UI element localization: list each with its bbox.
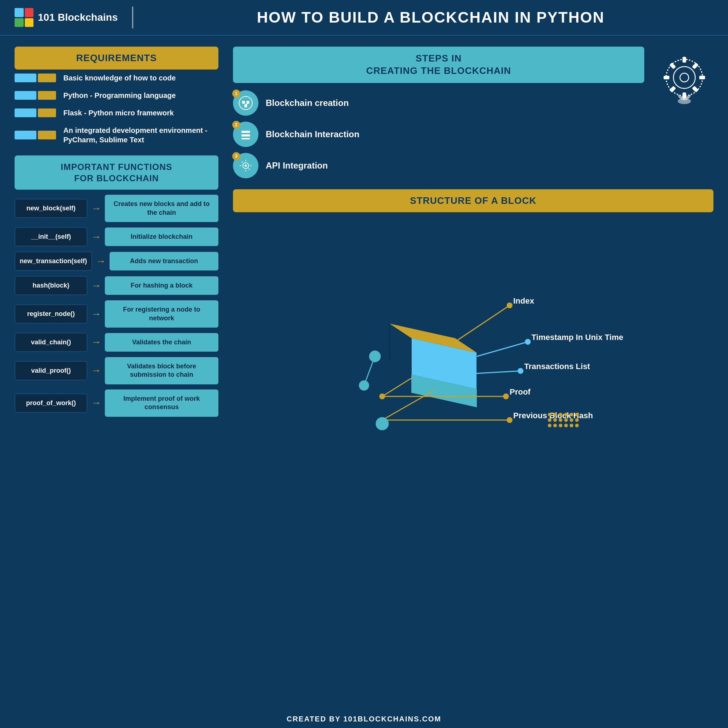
- func-row: hash(block) → For hashing a block: [15, 276, 219, 295]
- func-desc-box: Validates block before submission to cha…: [105, 357, 219, 384]
- svg-rect-6: [241, 131, 250, 133]
- svg-point-73: [575, 424, 579, 427]
- func-name-box: new_transaction(self): [15, 252, 92, 271]
- svg-point-56: [548, 413, 551, 416]
- logo-text: 101 Blockchains: [38, 12, 118, 23]
- main-content: REQUIREMENTS Basic knowledge of how to c…: [0, 36, 728, 709]
- req-bar: [15, 131, 56, 139]
- arrow-icon: →: [91, 397, 101, 409]
- right-top: STEPS INCREATING THE BLOCKCHAIN 1: [233, 47, 713, 178]
- svg-point-60: [570, 413, 573, 416]
- svg-line-44: [382, 378, 411, 396]
- requirements-header: REQUIREMENTS: [15, 47, 219, 70]
- logo-sq-red: [25, 8, 34, 17]
- svg-rect-7: [241, 134, 250, 136]
- svg-point-40: [525, 339, 531, 345]
- structure-section: STRUCTURE OF A BLOCK: [233, 189, 713, 698]
- step-icon-circle: 3: [233, 153, 258, 178]
- func-row: new_transaction(self) → Adds new transac…: [15, 252, 219, 271]
- logo-sq-blue: [15, 8, 24, 17]
- svg-rect-23: [699, 76, 705, 80]
- label-prev-hash: Previous Block Hash: [513, 411, 593, 420]
- svg-point-68: [548, 424, 551, 427]
- step-icon-circle: 1: [233, 90, 258, 116]
- svg-point-51: [507, 417, 512, 423]
- func-name: new_transaction(self): [20, 257, 87, 265]
- bar-yellow: [38, 91, 56, 100]
- func-row: valid_chain() → Validates the chain: [15, 333, 219, 352]
- label-transactions: Transactions List: [524, 362, 590, 371]
- bar-yellow: [38, 131, 56, 139]
- svg-rect-8: [241, 138, 250, 139]
- svg-point-59: [564, 413, 568, 416]
- svg-rect-27: [692, 86, 699, 92]
- svg-point-72: [570, 424, 573, 427]
- svg-line-15: [242, 162, 243, 163]
- svg-line-55: [364, 356, 375, 385]
- requirements-list: Basic knowledge of how to code Python - …: [15, 73, 219, 145]
- func-desc: Initialize blockchain: [131, 233, 193, 240]
- svg-point-65: [564, 418, 568, 422]
- step-number: 1: [232, 90, 240, 98]
- func-name-box: hash(block): [15, 276, 87, 295]
- func-desc: For registering a node to network: [123, 306, 200, 321]
- logo-icon: [15, 8, 34, 27]
- func-desc-box: Implement proof of work consensus: [105, 390, 219, 417]
- block-diagram: Index Timestamp In Unix Time Transaction…: [233, 218, 713, 698]
- blockchain-creation-icon: [239, 96, 253, 110]
- func-name-box: proof_of_work(): [15, 393, 87, 413]
- req-bar: [15, 109, 56, 117]
- right-column: STEPS INCREATING THE BLOCKCHAIN 1: [219, 47, 713, 698]
- bar-blue: [15, 73, 37, 82]
- svg-line-39: [477, 342, 528, 356]
- svg-point-47: [503, 393, 509, 399]
- func-desc-box: Validates the chain: [105, 333, 219, 352]
- arrow-icon: →: [91, 308, 101, 320]
- logo-area: 101 Blockchains: [15, 8, 118, 27]
- func-desc-box: For registering a node to network: [105, 300, 219, 327]
- bar-yellow: [38, 109, 56, 117]
- svg-line-5: [246, 104, 248, 104]
- func-desc: Adds new transaction: [130, 257, 198, 265]
- func-name-box: valid_proof(): [15, 361, 87, 380]
- func-desc-box: Initialize blockchain: [105, 228, 219, 246]
- svg-point-58: [559, 413, 562, 416]
- svg-line-48: [382, 391, 433, 420]
- svg-rect-22: [664, 76, 669, 80]
- svg-point-0: [239, 96, 252, 110]
- blockchain-interaction-icon: [239, 127, 253, 142]
- logo-sq-yellow: [25, 18, 34, 27]
- footer: CREATED BY 101BLOCKCHAINS.COM: [0, 709, 728, 728]
- steps-list: 1 Blockchain creation: [233, 90, 644, 178]
- page-title: HOW TO BUILD A BLOCKCHAIN IN PYTHON: [148, 9, 713, 26]
- func-name: valid_proof(): [31, 367, 70, 374]
- svg-rect-20: [682, 57, 686, 63]
- functions-header: IMPORTANT FUNCTIONSFOR BLOCKCHAIN: [15, 155, 219, 190]
- gear-icon: [657, 50, 712, 105]
- steps-header: STEPS INCREATING THE BLOCKCHAIN: [233, 47, 644, 83]
- header-divider: [132, 6, 133, 28]
- left-column: REQUIREMENTS Basic knowledge of how to c…: [15, 47, 219, 698]
- svg-point-70: [559, 424, 562, 427]
- steps-title: STEPS INCREATING THE BLOCKCHAIN: [366, 53, 511, 76]
- svg-point-57: [553, 413, 557, 416]
- structure-title: STRUCTURE OF A BLOCK: [410, 195, 536, 206]
- label-index: Index: [513, 296, 534, 305]
- label-timestamp: Timestamp In Unix Time: [531, 333, 623, 342]
- svg-point-38: [507, 303, 512, 308]
- func-desc: For hashing a block: [131, 282, 193, 289]
- requirements-title: REQUIREMENTS: [76, 52, 156, 63]
- req-bar: [15, 91, 56, 100]
- list-item: Basic knowledge of how to code: [15, 73, 219, 83]
- svg-point-18: [673, 67, 695, 89]
- svg-point-43: [518, 368, 523, 374]
- func-name: proof_of_work(): [26, 399, 76, 407]
- func-name-box: valid_chain(): [15, 333, 87, 352]
- req-bar: [15, 73, 56, 82]
- svg-point-62: [548, 418, 551, 422]
- svg-rect-3: [244, 104, 247, 107]
- func-row: proof_of_work() → Implement proof of wor…: [15, 390, 219, 417]
- func-desc-box: Adds new transaction: [110, 252, 219, 271]
- functions-title: IMPORTANT FUNCTIONSFOR BLOCKCHAIN: [61, 162, 173, 183]
- func-name-box: new_block(self): [15, 199, 87, 218]
